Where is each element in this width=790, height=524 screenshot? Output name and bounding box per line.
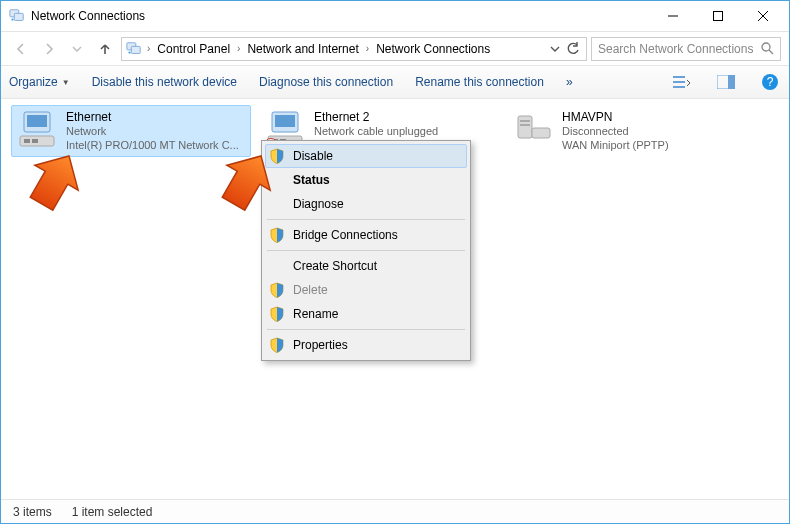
annotation-arrow [19,147,89,217]
connection-status: Network cable unplugged [314,124,440,138]
content-area: EthernetNetworkIntel(R) PRO/1000 MT Netw… [1,99,789,499]
breadcrumb[interactable]: Control Panel [155,42,232,56]
status-item-count: 3 items [13,505,52,519]
disable-device-button[interactable]: Disable this network device [92,75,237,89]
context-menu-item: Delete [265,278,467,302]
svg-rect-16 [673,81,685,83]
connection-item[interactable]: HMAVPNDisconnectedWAN Miniport (PPTP) [507,105,747,157]
window-title: Network Connections [31,9,650,23]
context-menu-separator [267,219,465,220]
shield-icon [269,227,285,243]
connection-icon [18,110,58,150]
maximize-button[interactable] [695,1,740,31]
command-bar: Organize▼ Disable this network device Di… [1,65,789,99]
svg-rect-19 [728,75,735,89]
connection-status: Network [66,124,239,138]
titlebar: Network Connections [1,1,789,31]
connection-status: Disconnected [562,124,669,138]
connection-name: Ethernet [66,110,239,124]
chevron-right-icon[interactable]: › [363,43,372,54]
svg-rect-17 [673,86,685,88]
shield-icon [269,282,285,298]
svg-text:?: ? [767,75,774,89]
context-menu-item[interactable]: Bridge Connections [265,223,467,247]
status-selected-count: 1 item selected [72,505,153,519]
context-menu-item[interactable]: Disable [265,144,467,168]
close-button[interactable] [740,1,785,31]
diagnose-button[interactable]: Diagnose this connection [259,75,393,89]
context-menu-separator [267,329,465,330]
up-button[interactable] [93,37,117,61]
breadcrumb[interactable]: Network Connections [374,42,492,56]
connection-name: Ethernet 2 [314,110,440,124]
refresh-icon[interactable] [566,42,580,56]
organize-button[interactable]: Organize▼ [9,75,70,89]
rename-button[interactable]: Rename this connection [415,75,544,89]
svg-rect-15 [673,76,685,78]
annotation-arrow [211,147,281,217]
minimize-button[interactable] [650,1,695,31]
context-menu: DisableStatusDiagnoseBridge ConnectionsC… [261,140,471,361]
context-menu-item[interactable]: Create Shortcut [265,254,467,278]
svg-point-14 [762,43,770,51]
shield-icon [269,337,285,353]
network-icon [9,8,25,24]
context-menu-item[interactable]: Diagnose [265,192,467,216]
status-bar: 3 items 1 item selected [1,499,789,523]
context-menu-item[interactable]: Properties [265,333,467,357]
breadcrumb[interactable]: Network and Internet [245,42,360,56]
search-input[interactable]: Search Network Connections [591,37,781,61]
history-dropdown[interactable] [65,37,89,61]
help-button[interactable]: ? [759,71,781,93]
chevron-right-icon[interactable]: › [144,43,153,54]
context-menu-label: Diagnose [293,197,344,211]
forward-button[interactable] [37,37,61,61]
back-button[interactable] [9,37,33,61]
context-menu-label: Delete [293,283,328,297]
svg-rect-13 [713,12,722,21]
search-icon [761,42,774,55]
view-options-button[interactable] [671,71,693,93]
chevron-down-icon[interactable] [550,44,560,54]
context-menu-item[interactable]: Rename [265,302,467,326]
context-menu-label: Status [293,173,330,187]
context-menu-separator [267,250,465,251]
more-button[interactable]: » [566,75,573,89]
connection-device: WAN Miniport (PPTP) [562,138,669,152]
caret-down-icon: ▼ [62,78,70,87]
shield-icon [269,306,285,322]
search-placeholder: Search Network Connections [598,42,755,56]
chevron-right-icon[interactable]: › [234,43,243,54]
connection-name: HMAVPN [562,110,669,124]
network-icon [126,41,142,57]
context-menu-label: Rename [293,307,338,321]
connection-icon [514,110,554,150]
context-menu-label: Bridge Connections [293,228,398,242]
context-menu-label: Create Shortcut [293,259,377,273]
navbar: › Control Panel › Network and Internet ›… [1,31,789,65]
context-menu-label: Properties [293,338,348,352]
address-bar[interactable]: › Control Panel › Network and Internet ›… [121,37,587,61]
context-menu-label: Disable [293,149,333,163]
preview-pane-button[interactable] [715,71,737,93]
context-menu-item[interactable]: Status [265,168,467,192]
